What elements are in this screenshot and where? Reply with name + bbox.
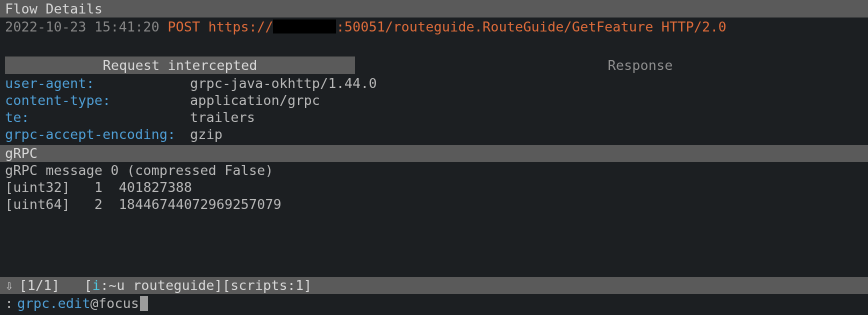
- bracket-open: [: [84, 277, 92, 294]
- tab-response[interactable]: Response: [412, 56, 868, 74]
- grpc-body: gRPC message 0 (compressed False) [uint3…: [0, 162, 868, 277]
- request-method: POST: [168, 19, 200, 34]
- status-bar: ⇩ [1/1] [i:~u routeguide][scripts:1]: [0, 277, 868, 294]
- status-intercept-label: i: [92, 277, 100, 294]
- detail-tabs: Request intercepted Response: [0, 56, 868, 74]
- header-value: gzip: [190, 126, 222, 143]
- status-intercept-rest: :~u routeguide: [100, 277, 214, 294]
- status-scripts: scripts:1: [230, 277, 304, 294]
- grpc-field-type: [uint32]: [5, 180, 70, 195]
- text-cursor: [140, 296, 148, 311]
- header-name: content-type:: [5, 92, 190, 109]
- request-url-suffix: :50051/routeguide.RouteGuide/GetFeature: [336, 19, 653, 34]
- header-value: trailers: [190, 109, 255, 126]
- command-prompt: :: [5, 295, 13, 312]
- grpc-message-header: gRPC message 0 (compressed False): [5, 162, 863, 179]
- grpc-field-tag: 2: [94, 196, 102, 212]
- request-http-version: HTTP/2.0: [662, 19, 726, 34]
- header-row: content-type: application/grpc: [5, 92, 863, 109]
- header-row: user-agent: grpc-java-okhttp/1.44.0: [5, 75, 863, 92]
- request-headers: user-agent: grpc-java-okhttp/1.44.0 cont…: [0, 74, 868, 145]
- header-row: te: trailers: [5, 109, 863, 126]
- command-input[interactable]: : grpc.edit @focus: [0, 294, 868, 315]
- grpc-section-header: gRPC: [0, 145, 868, 162]
- grpc-field-row: [uint32] 1 401827388: [5, 179, 863, 196]
- bracket-mid: ][: [214, 277, 230, 294]
- request-url-prefix: https://: [208, 19, 273, 34]
- command-name: grpc.edit: [17, 295, 90, 312]
- bracket-close: ]: [304, 277, 312, 294]
- flow-details-title: Flow Details: [5, 0, 102, 18]
- request-line: 2022-10-23 15:41:20 POST https://:50051/…: [0, 18, 868, 40]
- flow-details-title-bar: Flow Details: [0, 0, 868, 18]
- grpc-field-tag: 1: [94, 180, 102, 195]
- grpc-field-value: 401827388: [119, 180, 192, 195]
- redacted-host: [273, 20, 336, 34]
- header-name: te:: [5, 109, 190, 126]
- command-arg: @focus: [90, 295, 140, 312]
- tab-request-label: Request intercepted: [103, 58, 258, 73]
- grpc-field-type: [uint64]: [5, 196, 70, 212]
- grpc-field-value: 18446744072969257079: [119, 196, 282, 212]
- grpc-field-row: [uint64] 2 18446744072969257079: [5, 196, 863, 213]
- grpc-section-label: gRPC: [5, 146, 38, 161]
- down-arrow-icon: ⇩: [5, 277, 13, 294]
- request-timestamp: 2022-10-23 15:41:20: [5, 19, 160, 34]
- header-value: grpc-java-okhttp/1.44.0: [190, 75, 377, 92]
- header-name: grpc-accept-encoding:: [5, 126, 190, 143]
- tab-request[interactable]: Request intercepted: [5, 56, 355, 74]
- status-counter: [1/1]: [19, 277, 60, 294]
- tab-response-label: Response: [608, 58, 672, 73]
- header-name: user-agent:: [5, 75, 190, 92]
- header-value: application/grpc: [190, 92, 320, 109]
- header-row: grpc-accept-encoding: gzip: [5, 126, 863, 143]
